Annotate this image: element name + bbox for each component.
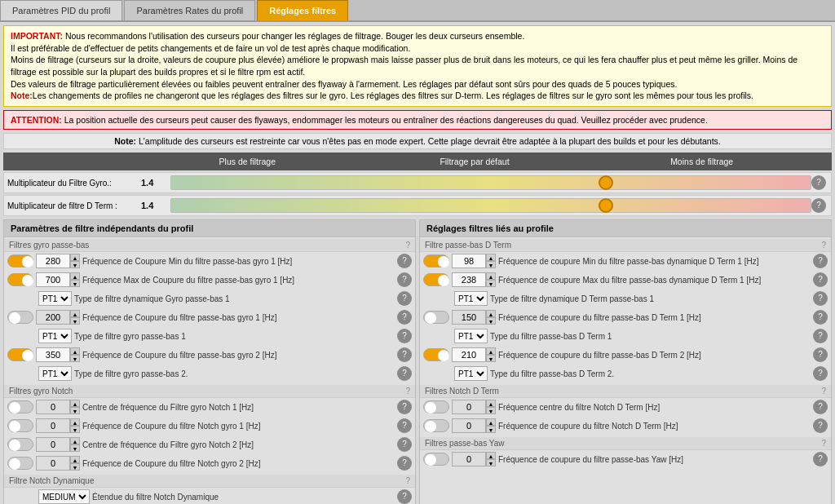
spin-up[interactable]: ▲ [486, 272, 496, 280]
help-gyro-280[interactable]: ? [397, 254, 412, 268]
section-gyro-notch-help[interactable]: ? [405, 387, 410, 396]
spin-dn[interactable]: ▼ [486, 426, 496, 433]
help-gyro-type2[interactable]: ? [397, 329, 412, 343]
spin-dn[interactable]: ▼ [486, 317, 496, 325]
help-notch2-cut[interactable]: ? [397, 456, 412, 471]
tab-pid[interactable]: Paramètres PID du profil [0, 0, 122, 20]
help-gyro-350[interactable]: ? [397, 347, 412, 362]
spin-up[interactable]: ▲ [486, 418, 496, 426]
spin-up-gyro-350[interactable]: ▲ [70, 347, 80, 355]
select-gyro-type3[interactable]: PT1 [38, 366, 72, 381]
help-gyro-700[interactable]: ? [397, 272, 412, 287]
help-notch1-center[interactable]: ? [397, 400, 412, 414]
help-notch2-center[interactable]: ? [397, 437, 412, 452]
toggle-notch1-cut[interactable] [7, 419, 33, 432]
toggle-notch2-center[interactable] [7, 438, 33, 451]
spin-dn[interactable]: ▼ [70, 444, 80, 452]
section-dterm-lowpass-help[interactable]: ? [821, 241, 826, 250]
spin-up[interactable]: ▲ [70, 400, 80, 407]
help-dynamic-extent[interactable]: ? [397, 489, 412, 504]
select-gyro-type1[interactable]: PT1 [38, 291, 72, 306]
help-gyro-type3[interactable]: ? [397, 366, 412, 381]
input-dt-238[interactable] [452, 272, 486, 287]
slider-track-gyro[interactable] [170, 175, 811, 190]
input-dtnotch-center[interactable] [452, 400, 486, 414]
help-notch1-cut[interactable]: ? [397, 418, 412, 433]
toggle-dt-98[interactable] [423, 254, 449, 267]
input-gyro-280[interactable] [36, 254, 70, 268]
spin-up-gyro-200[interactable]: ▲ [70, 310, 80, 317]
select-dt-type1[interactable]: PT1 [454, 291, 488, 306]
toggle-dtnotch-cut[interactable] [423, 419, 449, 432]
slider-track-dterm[interactable] [170, 198, 811, 213]
section-yaw-lowpass-help[interactable]: ? [821, 439, 826, 448]
toggle-dt-150[interactable] [423, 311, 449, 324]
help-dt-type3[interactable]: ? [813, 366, 828, 381]
help-dt-98[interactable]: ? [813, 254, 828, 268]
spin-up-gyro-280[interactable]: ▲ [70, 254, 80, 261]
toggle-notch2-cut[interactable] [7, 457, 33, 470]
spin-dn[interactable]: ▼ [70, 407, 80, 414]
slider-help-gyro[interactable]: ? [811, 175, 826, 190]
input-notch1-cut[interactable] [36, 418, 70, 433]
spin-up[interactable]: ▲ [486, 347, 496, 355]
toggle-gyro-700[interactable] [7, 273, 33, 286]
toggle-dtnotch-center[interactable] [423, 400, 449, 413]
section-gyro-lowpass-help[interactable]: ? [405, 241, 410, 250]
help-dt-210[interactable]: ? [813, 347, 828, 362]
input-notch2-cut[interactable] [36, 456, 70, 471]
spin-dn-gyro-280[interactable]: ▼ [70, 261, 80, 268]
spin-up[interactable]: ▲ [486, 400, 496, 407]
input-dtnotch-cut[interactable] [452, 418, 486, 433]
help-dt-150[interactable]: ? [813, 310, 828, 325]
spin-up[interactable]: ▲ [70, 456, 80, 463]
select-dynamic-extent[interactable]: MEDIUM [38, 489, 90, 504]
tab-rates[interactable]: Paramètres Rates du profil [124, 0, 255, 20]
spin-up[interactable]: ▲ [486, 254, 496, 261]
select-gyro-type2[interactable]: PT1 [38, 329, 72, 343]
input-dt-98[interactable] [452, 254, 486, 268]
input-notch2-center[interactable] [36, 437, 70, 452]
spin-up[interactable]: ▲ [486, 310, 496, 317]
spin-dn-gyro-700[interactable]: ▼ [70, 280, 80, 287]
help-yaw-0[interactable]: ? [813, 452, 828, 466]
spin-dn[interactable]: ▼ [486, 280, 496, 287]
section-dynamic-notch-help[interactable]: ? [405, 476, 410, 485]
spin-dn[interactable]: ▼ [486, 355, 496, 362]
spin-dn[interactable]: ▼ [70, 426, 80, 433]
toggle-yaw-0[interactable] [423, 453, 449, 466]
input-gyro-200[interactable] [36, 310, 70, 325]
spin-up-gyro-700[interactable]: ▲ [70, 272, 80, 280]
spin-up[interactable]: ▲ [70, 437, 80, 444]
toggle-notch1-center[interactable] [7, 400, 33, 413]
toggle-gyro-280[interactable] [7, 254, 33, 267]
spin-dn-gyro-350[interactable]: ▼ [70, 355, 80, 362]
spin-dn-gyro-200[interactable]: ▼ [70, 317, 80, 325]
help-dtnotch-center[interactable]: ? [813, 400, 828, 414]
input-notch1-center[interactable] [36, 400, 70, 414]
help-dt-238[interactable]: ? [813, 272, 828, 287]
help-gyro-type1[interactable]: ? [397, 291, 412, 306]
input-dt-210[interactable] [452, 347, 486, 362]
help-dtnotch-cut[interactable]: ? [813, 418, 828, 433]
toggle-dt-210[interactable] [423, 348, 449, 361]
spin-dn[interactable]: ▼ [486, 261, 496, 268]
tab-filters[interactable]: Réglages filtres [257, 0, 348, 20]
select-dt-type2[interactable]: PT1 [454, 329, 488, 343]
spin-up[interactable]: ▲ [70, 418, 80, 426]
section-dterm-notch-help[interactable]: ? [821, 387, 826, 396]
input-gyro-700[interactable] [36, 272, 70, 287]
spin-up[interactable]: ▲ [486, 452, 496, 459]
select-dt-type3[interactable]: PT1 [454, 366, 488, 381]
spin-dn[interactable]: ▼ [486, 407, 496, 414]
input-gyro-350[interactable] [36, 347, 70, 362]
spin-dn[interactable]: ▼ [70, 463, 80, 471]
spin-dn[interactable]: ▼ [486, 459, 496, 466]
toggle-dt-238[interactable] [423, 273, 449, 286]
toggle-gyro-200[interactable] [7, 311, 33, 324]
input-dt-150[interactable] [452, 310, 486, 325]
help-gyro-200[interactable]: ? [397, 310, 412, 325]
input-yaw-0[interactable] [452, 452, 486, 466]
help-dt-type2[interactable]: ? [813, 329, 828, 343]
slider-help-dterm[interactable]: ? [811, 198, 826, 213]
